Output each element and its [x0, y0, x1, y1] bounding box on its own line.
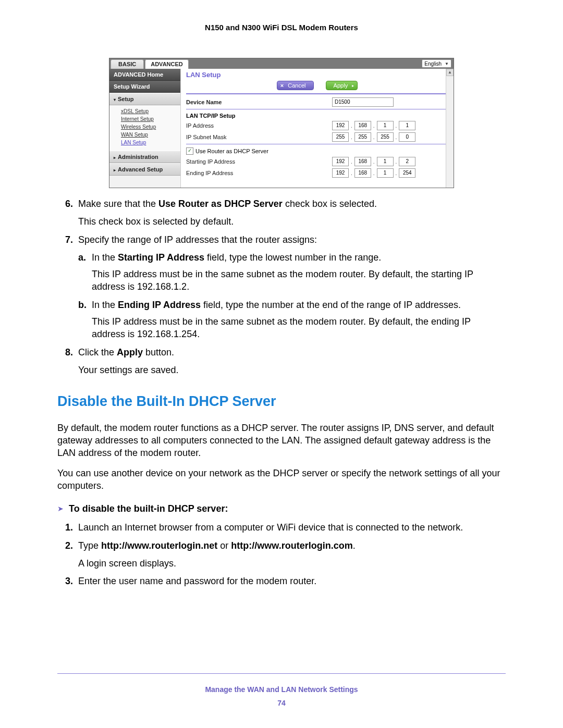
apply-button[interactable]: Apply▸: [326, 81, 358, 90]
triangle-right-icon: ▸: [114, 168, 116, 172]
sidebar-administration[interactable]: ▸Administration: [109, 151, 180, 163]
subnet-octet-1[interactable]: 255: [332, 132, 349, 142]
row-dhcp-checkbox: ✓ Use Router as DHCP Server: [186, 147, 448, 155]
sidebar-item-wireless[interactable]: Wireless Setup: [121, 124, 176, 130]
triangle-right-icon: ▸: [114, 155, 116, 160]
start-ip-octet-2[interactable]: 168: [354, 157, 371, 166]
end-ip-octet-2[interactable]: 168: [354, 168, 371, 178]
step-8-note: Your settings are saved.: [78, 364, 506, 376]
start-ip-octet-4[interactable]: 2: [399, 157, 415, 166]
step-7: 7. Specify the range of IP addresses tha…: [57, 233, 506, 341]
step-number: 8.: [57, 346, 78, 377]
procedure-title: To disable the built-in DHCP server:: [69, 502, 228, 515]
ip-octet-2[interactable]: 168: [354, 121, 371, 130]
sidebar-setup[interactable]: ▾Setup: [109, 93, 180, 105]
triangle-down-icon: ▾: [114, 97, 116, 102]
chevron-down-icon: ▼: [445, 61, 449, 66]
page-footer: Manage the WAN and LAN Network Settings …: [0, 685, 563, 707]
dhcp-checkbox[interactable]: ✓: [186, 147, 193, 155]
ip-address-input-group: 192. 168. 1. 1: [332, 121, 448, 130]
sidebar-item-xdsl[interactable]: xDSL Setup: [121, 108, 176, 114]
start-ip-label: Starting IP Address: [186, 158, 332, 165]
page-number: 74: [0, 699, 563, 707]
start-ip-octet-3[interactable]: 1: [377, 157, 394, 166]
scroll-up-icon[interactable]: ▲: [446, 69, 454, 76]
router-ui-screenshot: BASIC ADVANCED English ▼ ADVANCED Home S…: [109, 58, 454, 188]
proc-step-2: 2. Type http://www.routerlogin.net or ht…: [57, 539, 506, 570]
subnet-label: IP Subnet Mask: [186, 134, 332, 140]
sidebar-advanced-setup[interactable]: ▸Advanced Setup: [109, 163, 180, 176]
ip-octet-1[interactable]: 192: [332, 121, 349, 130]
step-number: 6.: [57, 198, 78, 228]
footer-title: Manage the WAN and LAN Network Settings: [0, 685, 563, 694]
row-start-ip: Starting IP Address 192. 168. 1. 2: [186, 157, 448, 166]
row-ip-address: IP Address 192. 168. 1. 1: [186, 121, 448, 130]
document-header: N150 and N300 WiFi DSL Modem Routers: [57, 23, 506, 32]
subnet-octet-3[interactable]: 255: [377, 132, 394, 142]
sidebar: ADVANCED Home Setup Wizard ▾Setup xDSL S…: [109, 69, 181, 188]
step-7b: b. In the Ending IP Address field, type …: [78, 299, 506, 311]
proc-step-1: 1. Launch an Internet browser from a com…: [57, 521, 506, 534]
content-pane: LAN Setup ×Cancel Apply▸ Device Name D15…: [181, 69, 454, 188]
sidebar-item-lan[interactable]: LAN Setup: [121, 140, 176, 145]
step-6-note: This check box is selected by default.: [78, 215, 506, 228]
content-title: LAN Setup: [186, 71, 448, 79]
end-ip-input-group: 192. 168. 1. 254: [332, 168, 448, 178]
end-ip-label: Ending IP Address: [186, 170, 332, 176]
proc-step-2-note: A login screen displays.: [78, 557, 506, 570]
lan-tcpip-heading: LAN TCP/IP Setup: [186, 113, 448, 119]
sidebar-advanced-home[interactable]: ADVANCED Home: [109, 69, 180, 81]
divider: [186, 144, 448, 144]
sidebar-setup-wizard[interactable]: Setup Wizard: [109, 81, 180, 93]
arrow-right-icon: ▸: [352, 83, 354, 88]
subnet-octet-2[interactable]: 255: [354, 132, 371, 142]
row-device-name: Device Name D1500: [186, 97, 448, 107]
subnet-input-group: 255. 255. 255. 0: [332, 132, 448, 142]
row-subnet: IP Subnet Mask 255. 255. 255. 0: [186, 132, 448, 142]
chevron-right-icon: ➤: [57, 504, 64, 514]
step-number: 3.: [57, 575, 78, 587]
end-ip-octet-3[interactable]: 1: [377, 168, 394, 178]
close-icon: ×: [280, 82, 284, 89]
section-heading: Disable the Built-In DHCP Server: [57, 392, 506, 411]
device-name-label: Device Name: [186, 99, 332, 105]
paragraph-2: You can use another device on your netwo…: [57, 467, 506, 492]
end-ip-octet-1[interactable]: 192: [332, 168, 349, 178]
ip-address-label: IP Address: [186, 122, 332, 129]
cancel-button[interactable]: ×Cancel: [277, 81, 314, 90]
device-name-input[interactable]: D1500: [332, 97, 394, 107]
ip-octet-4[interactable]: 1: [399, 121, 415, 130]
divider: [186, 109, 448, 109]
top-bar: BASIC ADVANCED English ▼: [109, 58, 454, 69]
tab-basic[interactable]: BASIC: [111, 59, 144, 69]
sidebar-item-internet[interactable]: Internet Setup: [121, 116, 176, 122]
footer-divider: [57, 673, 506, 674]
scrollbar[interactable]: ▲: [446, 69, 454, 188]
step-number: 7.: [57, 233, 78, 341]
tab-advanced[interactable]: ADVANCED: [145, 59, 189, 69]
step-6: 6. Make sure that the Use Router as DHCP…: [57, 198, 506, 228]
substep-letter: a.: [78, 251, 92, 264]
language-label: English: [424, 61, 442, 67]
paragraph-1: By default, the modem router functions a…: [57, 422, 506, 460]
start-ip-input-group: 192. 168. 1. 2: [332, 157, 448, 166]
ip-octet-3[interactable]: 1: [377, 121, 394, 130]
step-number: 2.: [57, 539, 78, 570]
proc-step-3: 3. Enter the user name and password for …: [57, 575, 506, 587]
language-select[interactable]: English ▼: [422, 59, 451, 68]
step-number: 1.: [57, 521, 78, 534]
instruction-body: 6. Make sure that the Use Router as DHCP…: [57, 198, 506, 588]
sidebar-setup-submenu: xDSL Setup Internet Setup Wireless Setup…: [109, 105, 180, 151]
step-7a: a. In the Starting IP Address field, typ…: [78, 251, 506, 264]
end-ip-octet-4[interactable]: 254: [399, 168, 415, 178]
substep-letter: b.: [78, 299, 92, 311]
step-7b-note: This IP address must be in the same subn…: [92, 315, 506, 341]
dhcp-checkbox-label: Use Router as DHCP Server: [195, 148, 268, 154]
procedure-heading: ➤ To disable the built-in DHCP server:: [57, 502, 506, 515]
row-end-ip: Ending IP Address 192. 168. 1. 254: [186, 168, 448, 178]
step-7a-note: This IP address must be in the same subn…: [92, 268, 506, 293]
subnet-octet-4[interactable]: 0: [399, 132, 415, 142]
start-ip-octet-1[interactable]: 192: [332, 157, 349, 166]
sidebar-item-wan[interactable]: WAN Setup: [121, 132, 176, 138]
step-8: 8. Click the Apply button. Your settings…: [57, 346, 506, 377]
